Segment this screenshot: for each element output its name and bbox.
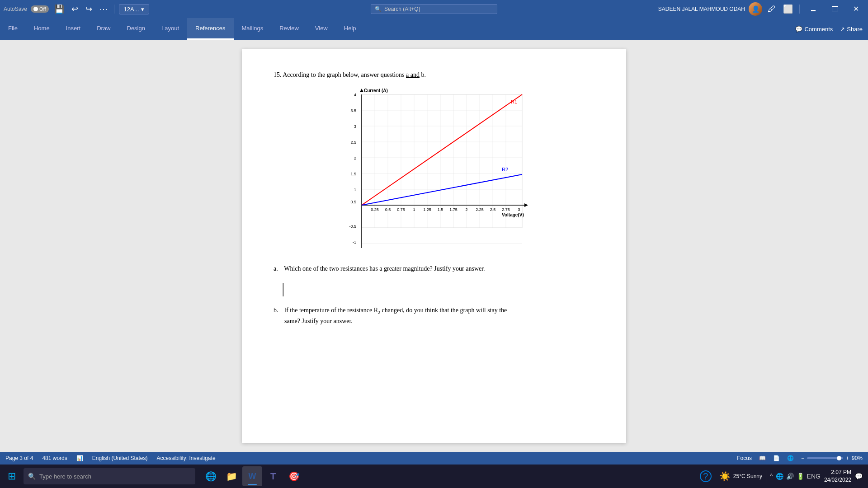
svg-marker-26: [524, 203, 528, 207]
comments-button[interactable]: 💬 Comments: [795, 26, 833, 33]
language-indicator[interactable]: ENG: [807, 473, 821, 480]
svg-text:1.75: 1.75: [449, 207, 458, 212]
svg-text:1: 1: [413, 207, 415, 212]
search-placeholder: Type here to search: [39, 473, 91, 480]
clock[interactable]: 2:07 PM 24/02/2022: [824, 469, 851, 484]
taskbar-apps: 🌐 📁 W T 🎯: [201, 466, 304, 486]
svg-text:Current (A): Current (A): [364, 88, 388, 93]
tab-review[interactable]: Review: [271, 18, 307, 40]
weather-widget[interactable]: ☀️ 25°C Sunny: [719, 471, 762, 482]
print-layout-icon[interactable]: 📄: [773, 455, 780, 461]
tab-insert[interactable]: Insert: [58, 18, 89, 40]
track-changes-icon[interactable]: 📊: [76, 455, 83, 461]
taskbar-search[interactable]: 🔍 Type here to search: [24, 468, 195, 484]
tab-design[interactable]: Design: [119, 18, 153, 40]
iv-chart: 4 3.5 3 2.5 2 1.5 1 0.5 -0.5 -1 0.25 0.5…: [339, 88, 529, 250]
web-layout-icon[interactable]: 🌐: [787, 455, 794, 461]
tab-references[interactable]: References: [187, 18, 233, 40]
tab-draw[interactable]: Draw: [89, 18, 118, 40]
more-icon[interactable]: ⋯: [98, 3, 109, 15]
taskbar-teams[interactable]: T: [263, 466, 283, 486]
ribbon: File Home Insert Draw Design Layout Refe…: [0, 18, 868, 40]
zoom-out-button[interactable]: −: [801, 455, 804, 461]
document-page[interactable]: 15. According to the graph below, answer…: [242, 49, 626, 443]
chart-container: 4 3.5 3 2.5 2 1.5 1 0.5 -0.5 -1 0.25 0.5…: [274, 88, 594, 250]
svg-text:2: 2: [465, 207, 467, 212]
share-button[interactable]: ↗ Share: [840, 26, 863, 33]
close-button[interactable]: ✕: [848, 4, 864, 14]
zoom-in-button[interactable]: +: [846, 455, 849, 461]
focus-button[interactable]: Focus: [737, 455, 752, 461]
doc-name-button[interactable]: 12A... ▾: [119, 4, 149, 14]
battery-icon[interactable]: 🔋: [797, 473, 804, 480]
minimize-button[interactable]: 🗕: [804, 4, 822, 14]
autosave-toggle[interactable]: Off: [31, 5, 48, 13]
svg-text:-0.5: -0.5: [349, 224, 356, 229]
language[interactable]: English (United States): [92, 455, 148, 461]
svg-text:1.25: 1.25: [423, 207, 431, 212]
tab-file[interactable]: File: [0, 18, 26, 40]
pen-icon[interactable]: 🖊: [766, 4, 778, 15]
undo-icon[interactable]: ↩: [70, 3, 80, 15]
tab-view[interactable]: View: [307, 18, 336, 40]
status-bar: Page 3 of 4 481 words 📊 English (United …: [0, 452, 868, 465]
volume-icon[interactable]: 🔊: [786, 473, 794, 480]
layout-icon[interactable]: ⬜: [781, 3, 795, 15]
accessibility[interactable]: Accessibility: Investigate: [157, 455, 216, 461]
chevron-up-icon[interactable]: ^: [770, 473, 773, 480]
svg-text:R2: R2: [502, 167, 508, 172]
svg-text:2.75: 2.75: [502, 207, 510, 212]
redo-icon[interactable]: ↪: [84, 3, 94, 15]
svg-text:Voltage(V): Voltage(V): [502, 212, 524, 217]
avatar[interactable]: 👤: [749, 2, 762, 16]
network-icon[interactable]: 🌐: [776, 473, 783, 480]
doc-name-label: 12A...: [124, 6, 139, 13]
divider2: [799, 5, 800, 14]
taskbar-edge[interactable]: 🌐: [201, 466, 221, 486]
question-a-label: a.: [274, 264, 283, 274]
maximize-button[interactable]: 🗖: [826, 4, 844, 14]
taskbar-divider: [766, 469, 766, 483]
file-explorer-icon: 📁: [226, 471, 237, 482]
answer-line-a: [283, 283, 284, 296]
question-a: a. Which one of the two resistances has …: [274, 264, 594, 274]
start-button[interactable]: ⊞: [2, 466, 22, 486]
title-bar-center: 🔍 Search (Alt+Q): [291, 4, 578, 14]
weather-label: 25°C Sunny: [733, 473, 762, 479]
svg-text:3.5: 3.5: [350, 108, 356, 113]
tab-mailings[interactable]: Mailings: [234, 18, 272, 40]
help-button[interactable]: ?: [696, 466, 716, 486]
save-icon[interactable]: 💾: [52, 3, 66, 15]
taskbar-file-explorer[interactable]: 📁: [222, 466, 241, 486]
divider: [114, 5, 114, 14]
edge-icon: 🌐: [205, 471, 217, 482]
tab-home[interactable]: Home: [26, 18, 58, 40]
taskbar-feedback[interactable]: 🎯: [284, 466, 304, 486]
tab-help[interactable]: Help: [336, 18, 364, 40]
title-bar-left: AutoSave Off 💾 ↩ ↪ ⋯ 12A... ▾: [4, 3, 291, 15]
read-mode-icon[interactable]: 📖: [759, 455, 766, 461]
svg-text:0.5: 0.5: [385, 207, 391, 212]
question-15: 15. According to the graph below, answer…: [274, 71, 594, 79]
status-bar-right: Focus 📖 📄 🌐 − + 90%: [737, 455, 863, 461]
zoom-controls: − + 90%: [801, 455, 863, 461]
search-bar[interactable]: 🔍 Search (Alt+Q): [371, 4, 497, 14]
svg-text:2: 2: [354, 156, 356, 160]
toggle-dot: [33, 7, 38, 11]
svg-text:1.5: 1.5: [438, 207, 443, 212]
zoom-slider[interactable]: [807, 457, 843, 459]
svg-text:0.75: 0.75: [397, 207, 405, 212]
svg-text:3: 3: [518, 207, 520, 212]
date: 24/02/2022: [824, 476, 851, 484]
comments-label: Comments: [804, 26, 833, 33]
taskbar-word[interactable]: W: [242, 466, 262, 486]
tab-layout[interactable]: Layout: [153, 18, 187, 40]
search-icon: 🔍: [28, 473, 36, 480]
time: 2:07 PM: [824, 469, 851, 476]
svg-text:1: 1: [354, 188, 356, 192]
weather-icon: ☀️: [719, 471, 731, 482]
word-icon: W: [249, 472, 256, 481]
notifications-icon[interactable]: 💬: [855, 473, 863, 480]
word-count: 481 words: [42, 455, 67, 461]
document-area: 15. According to the graph below, answer…: [0, 40, 868, 452]
